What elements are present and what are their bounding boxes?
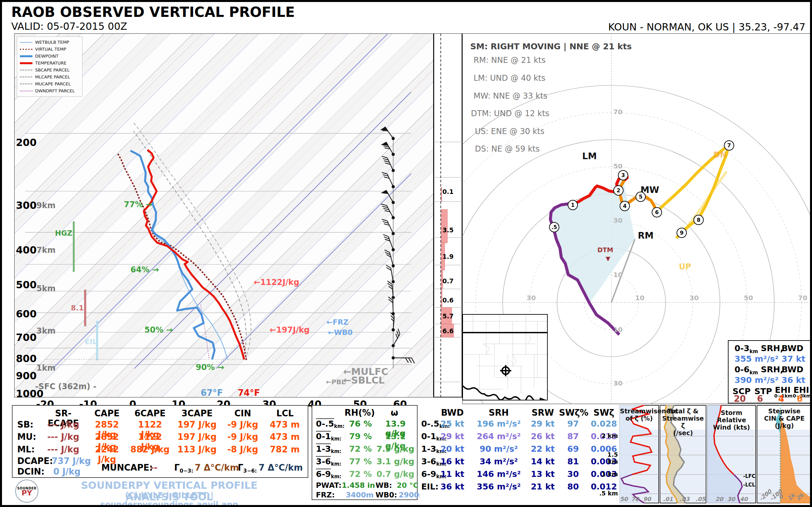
- height-tick: 1km: [37, 363, 56, 373]
- layer-value: 3.5: [443, 226, 454, 234]
- height-tick: 7km: [37, 245, 56, 255]
- rh-value: 77 %: [346, 457, 374, 466]
- pressure-tick: 700: [16, 332, 39, 343]
- p4-cape-fill: [780, 417, 812, 503]
- layer-value: 1.9: [443, 253, 454, 260]
- ring-label: 30: [690, 294, 699, 302]
- location-map-inset: [462, 314, 548, 400]
- surface-dewpoint-label: 67°F: [201, 388, 223, 398]
- hodo-height-marker: 9: [676, 228, 687, 238]
- dcape-value: 737 J/kg: [52, 456, 91, 466]
- eil-label: EIL: [85, 338, 97, 346]
- hodo-height-marker: 1: [568, 200, 578, 210]
- pressure-gridlines: [25, 133, 411, 365]
- layer-label: 0-.5km:: [316, 419, 344, 429]
- sounderpy-logo: SOUNDER PY: [15, 480, 38, 503]
- height-axis-label: 1.5 km: [598, 451, 618, 465]
- srh-value: 390 m²/s²: [734, 375, 778, 385]
- wb-value: 20 °C: [397, 481, 418, 490]
- pwat-label: PWAT:: [316, 481, 342, 490]
- ring-label: 10: [613, 326, 622, 334]
- wb-label: WB:: [375, 481, 392, 490]
- panel-xtick: 30: [727, 496, 735, 502]
- col-header: LCL: [264, 408, 306, 418]
- sfc-label: -SFC (362m) -: [35, 382, 96, 391]
- rh-annotation: 50% →: [144, 325, 173, 335]
- swz-cell: 0.028: [590, 419, 618, 429]
- layer-value: 5.7: [443, 313, 454, 320]
- rh-value: 72 %: [346, 444, 374, 454]
- legend-item: TEMPERATURE: [20, 60, 80, 66]
- panel-xtick: 70: [631, 496, 639, 502]
- pwat-value: 1.458 in: [342, 481, 375, 490]
- omega-value: 3.1 g/kg: [375, 457, 415, 466]
- frz-value: 3400m: [346, 491, 373, 499]
- layer-value: 6.6: [443, 327, 454, 335]
- srh-cell: 34 m²/s²: [472, 457, 525, 466]
- rh-header: RH(%): [343, 408, 376, 418]
- wb0-label: WB0:: [375, 491, 397, 499]
- srh-cell: 196 m²/s²: [472, 419, 525, 429]
- ehi1-value: 4: [778, 394, 784, 404]
- bwd-value: 37 kt: [781, 354, 805, 364]
- legend-label: WETBULB TEMP: [35, 40, 69, 45]
- storm-motion-line: DS: NE @ 59 kts: [475, 144, 540, 154]
- dtm-label: DTM: [597, 246, 613, 253]
- srh-bwd-info-box: 0-3km SRH, BWD 355 m²/s² 37 kt 0-6km SRH…: [728, 340, 811, 403]
- swzpct-cell: 97: [559, 419, 587, 429]
- up-label: UP: [679, 262, 691, 271]
- layer-value: 0.6: [443, 296, 454, 304]
- ring-label: 70: [613, 108, 622, 116]
- storm-motion-line: US: ENE @ 30 kts: [475, 127, 545, 136]
- height-axis-label: 2 km: [598, 432, 618, 439]
- bwd-cell: 20 kt: [438, 444, 467, 454]
- mlcape-parcel-line-icon: [20, 76, 33, 77]
- layer-label: 3-6km:: [316, 457, 342, 467]
- downdraft-parcel-line-icon: [20, 91, 33, 91]
- sounderpy-analysis-figure: RAOB OBSERVED VERTICAL PROFILE VALID: 05…: [0, 0, 812, 507]
- panel-xtick: 50: [620, 496, 628, 502]
- hgz-bar: [73, 221, 75, 272]
- legend-label: TEMPERATURE: [35, 61, 66, 65]
- hgz-label: HGZ: [55, 229, 72, 237]
- sbcape-parcel-line-icon: [20, 69, 33, 70]
- layer-label: EIL:: [421, 482, 439, 492]
- layer-label: 0-1km:: [316, 432, 342, 442]
- rh-value: 79 %: [346, 432, 374, 441]
- lapse36-value: 7 Δ°C/km: [259, 463, 303, 472]
- sblcl-annotation: ←SBLCL: [343, 375, 385, 386]
- legend-item: MLCAPE PARCEL: [20, 73, 80, 80]
- col-header: 6CAPE: [129, 408, 171, 418]
- pressure-tick: 800: [16, 353, 39, 364]
- row-label: SB:: [17, 419, 34, 430]
- muncape-value: --: [150, 463, 158, 472]
- ehi3-value: 6: [797, 394, 803, 404]
- srh-value: 355 m²/s²: [734, 354, 778, 364]
- wb0-annotation: ←WB0: [328, 328, 353, 337]
- panel-title: Streamwisenessof ζ (%): [620, 407, 658, 422]
- srh-row-label: BWD: [781, 365, 803, 374]
- srh-cell: 356 m²/s²: [472, 482, 525, 492]
- ring-label: 70: [798, 294, 807, 302]
- kin-header: BWD: [438, 408, 467, 418]
- mucape-parcel-line-icon: [20, 83, 33, 84]
- panel-xtick: 90: [643, 496, 651, 502]
- srw-cell: 21 kt: [528, 482, 558, 492]
- panel-xtick: 20: [715, 496, 723, 502]
- river-line: [463, 386, 547, 400]
- panel-xtick: .05: [696, 496, 705, 502]
- srh-row-label: 0-3km SRH,: [734, 343, 783, 354]
- swzpct-cell: 87: [559, 432, 587, 441]
- ring-label: 10: [635, 294, 645, 302]
- height-axis-label: .5 km: [598, 490, 618, 497]
- rh-annotation: 64% →: [131, 265, 159, 274]
- hodo-height-marker: 3: [618, 170, 628, 180]
- pressure-tick: 900: [16, 370, 39, 382]
- cell: --- J/kg: [42, 432, 85, 442]
- bwd-cell: 16 kt: [438, 457, 467, 466]
- temperature-line-icon: [20, 62, 33, 64]
- srh-row-label: BWD: [781, 343, 803, 353]
- legend-item: WETBULB TEMP: [20, 39, 80, 46]
- cell: -9 J/kg: [221, 432, 264, 442]
- layer-strip-svg: [434, 34, 462, 397]
